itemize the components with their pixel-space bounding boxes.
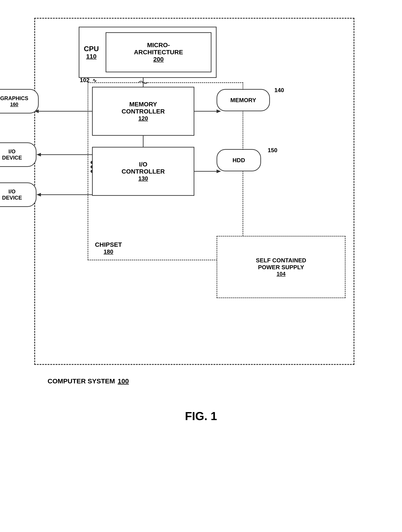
micro-arch-ref: 200 <box>153 56 164 63</box>
cpu-box: CPU 110 MICRO-ARCHITECTURE 200 <box>79 27 216 78</box>
mem-ctrl-label: MEMORYCONTROLLER <box>122 101 165 115</box>
micro-arch-box: MICRO-ARCHITECTURE 200 <box>106 32 211 72</box>
io-device-n-pill: I/ODEVICE <box>0 183 37 207</box>
cpu-label-area: CPU 110 <box>84 45 99 60</box>
io-device-1-pill: I/ODEVICE <box>0 142 37 167</box>
graphics-ref: 160 <box>10 101 19 107</box>
page: CPU 110 MICRO-ARCHITECTURE 200 102 ∿ CHI… <box>0 0 402 532</box>
computer-system-label-area: COMPUTER SYSTEM 100 <box>48 377 129 385</box>
memory-controller-box: MEMORYCONTROLLER 120 <box>92 87 194 136</box>
mem-ctrl-ref: 120 <box>138 115 148 122</box>
power-supply-box: SELF CONTAINEDPOWER SUPPLY 104 <box>216 236 346 298</box>
graphics-pill: GRAPHICS 160 <box>0 89 39 114</box>
cpu-ref: 110 <box>86 53 97 60</box>
io-device-1-label: I/ODEVICE <box>2 148 22 161</box>
chipset-label-area: CHIPSET 180 <box>95 241 122 255</box>
hdd-label: HDD <box>233 157 245 164</box>
io-ctrl-label: I/OCONTROLLER <box>122 161 165 175</box>
micro-arch-label: MICRO-ARCHITECTURE <box>134 42 183 56</box>
fig-label: FIG. 1 <box>185 409 217 423</box>
memory-pill: MEMORY <box>216 89 270 111</box>
computer-system-ref: 100 <box>118 377 129 385</box>
diagram-area: CPU 110 MICRO-ARCHITECTURE 200 102 ∿ CHI… <box>34 18 368 396</box>
hdd-ref-label: 150 <box>268 147 277 154</box>
computer-system-label: COMPUTER SYSTEM <box>48 377 115 385</box>
io-ctrl-ref: 130 <box>138 175 148 182</box>
chipset-ref: 180 <box>95 248 122 255</box>
memory-ref-label: 140 <box>274 87 284 94</box>
memory-label: MEMORY <box>230 97 256 104</box>
io-controller-box: I/OCONTROLLER 130 <box>92 147 194 196</box>
cpu-label: CPU <box>84 45 99 53</box>
power-supply-ref: 104 <box>277 271 285 277</box>
io-device-n-label: I/ODEVICE <box>2 189 22 201</box>
chipset-label: CHIPSET <box>95 241 122 248</box>
power-supply-label: SELF CONTAINEDPOWER SUPPLY <box>256 257 306 271</box>
hdd-pill: HDD <box>216 149 261 171</box>
graphics-label: GRAPHICS <box>0 95 28 101</box>
